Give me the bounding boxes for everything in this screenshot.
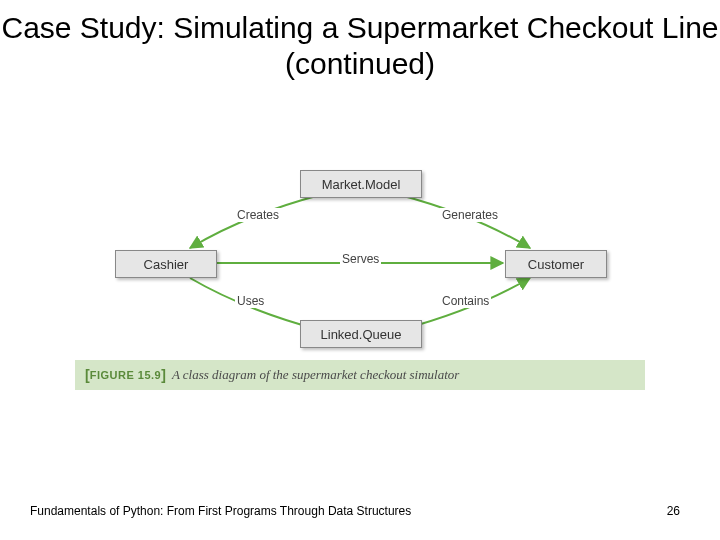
slide: Case Study: Simulating a Supermarket Che…: [0, 0, 720, 540]
edge-label-uses: Uses: [235, 294, 266, 308]
node-customer: Customer: [505, 250, 607, 278]
edge-label-creates: Creates: [235, 208, 281, 222]
bracket-close-icon: ]: [161, 367, 166, 383]
figure-label: FIGURE 15.9: [90, 369, 162, 381]
edge-label-generates: Generates: [440, 208, 500, 222]
edge-label-serves: Serves: [340, 252, 381, 266]
node-cashier: Cashier: [115, 250, 217, 278]
node-linked-queue: Linked.Queue: [300, 320, 422, 348]
slide-title: Case Study: Simulating a Supermarket Che…: [0, 10, 720, 82]
footer-page-number: 26: [667, 504, 680, 518]
class-diagram: Market.Model Cashier Customer Linked.Que…: [75, 160, 645, 390]
figure-caption: A class diagram of the supermarket check…: [172, 367, 460, 383]
figure-caption-strip: [ FIGURE 15.9 ] A class diagram of the s…: [75, 360, 645, 390]
node-market-model: Market.Model: [300, 170, 422, 198]
edge-label-contains: Contains: [440, 294, 491, 308]
footer-book-title: Fundamentals of Python: From First Progr…: [30, 504, 411, 518]
